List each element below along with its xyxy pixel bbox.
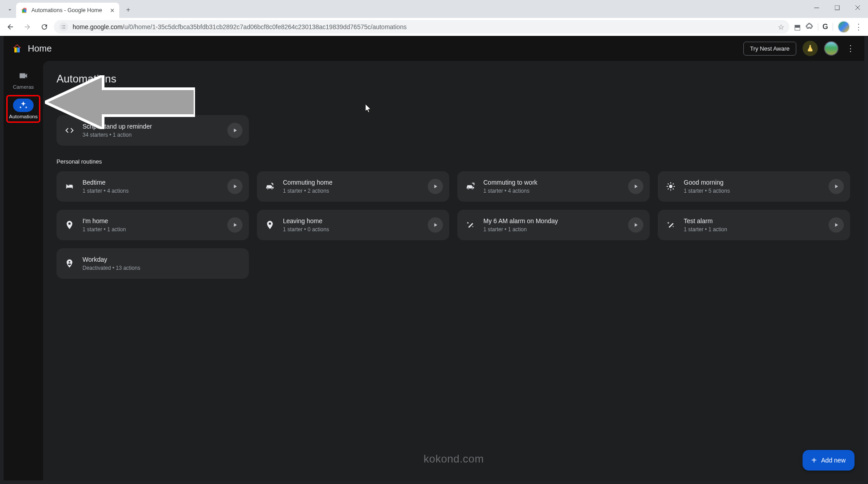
app-menu-button[interactable]: ⋮ xyxy=(845,43,856,53)
routine-card-good-morning[interactable]: Good morning1 starter • 5 actions xyxy=(658,171,850,202)
card-subtitle: 1 starter • 2 actions xyxy=(283,188,421,194)
run-routine-button[interactable] xyxy=(227,217,243,233)
run-routine-button[interactable] xyxy=(227,123,243,138)
routine-card-bedtime[interactable]: Bedtime1 starter • 4 actions xyxy=(56,171,249,202)
card-title: My 6 AM alarm on Monday xyxy=(483,217,621,225)
bed-icon xyxy=(64,182,75,191)
watermark-text: kokond.com xyxy=(424,453,484,465)
run-routine-button[interactable] xyxy=(628,217,643,233)
card-title: Script Stand up reminder xyxy=(82,123,220,130)
separator xyxy=(833,23,833,31)
pin-icon xyxy=(264,220,276,230)
google-g-icon[interactable]: G xyxy=(823,23,828,31)
nav-reload-button[interactable] xyxy=(37,19,52,35)
svg-point-6 xyxy=(62,28,63,29)
section-personal-label: Personal routines xyxy=(56,158,851,165)
site-info-icon[interactable] xyxy=(59,22,68,31)
svg-rect-5 xyxy=(63,26,65,26)
card-title: Test alarm xyxy=(684,217,821,225)
sidebar-item-label: Cameras xyxy=(13,84,34,90)
run-routine-button[interactable] xyxy=(428,217,443,233)
routine-card-6am-alarm[interactable]: My 6 AM alarm on Monday1 starter • 1 act… xyxy=(457,210,650,240)
profile-avatar-button[interactable] xyxy=(838,21,850,33)
card-subtitle: 1 starter • 1 action xyxy=(684,226,821,233)
wand-icon xyxy=(464,220,476,230)
card-title: Workday xyxy=(82,256,243,264)
section-household-label: Household routines xyxy=(56,102,851,109)
person-pin-icon xyxy=(64,259,75,268)
run-routine-button[interactable] xyxy=(829,179,844,194)
run-routine-button[interactable] xyxy=(227,179,243,194)
svg-rect-1 xyxy=(835,5,839,10)
bookmark-star-icon[interactable]: ☆ xyxy=(778,23,784,31)
pin-icon xyxy=(64,220,75,230)
try-nest-aware-button[interactable]: Try Nest Aware xyxy=(743,42,796,56)
card-title: Leaving home xyxy=(283,217,421,225)
routine-card-script-standup[interactable]: Script Stand up reminder34 starters • 1 … xyxy=(56,115,249,146)
sun-icon xyxy=(665,182,677,191)
main-content: Automations Household routines Script St… xyxy=(43,61,864,480)
svg-rect-7 xyxy=(63,28,65,28)
browser-chrome: Automations - Google Home ✕ + home.googl… xyxy=(0,0,868,36)
google-home-app: Home Try Nest Aware ⋮ Cameras Automation… xyxy=(4,36,864,480)
tab-close-icon[interactable]: ✕ xyxy=(110,7,115,14)
car-work-icon xyxy=(464,182,476,191)
card-subtitle: 1 starter • 1 action xyxy=(483,226,621,233)
routine-card-workday[interactable]: WorkdayDeactivated • 13 actions xyxy=(56,248,249,279)
card-subtitle: 1 starter • 4 actions xyxy=(483,188,621,194)
new-tab-button[interactable]: + xyxy=(122,4,135,16)
card-subtitle: Deactivated • 13 actions xyxy=(82,265,243,271)
card-subtitle: 1 starter • 4 actions xyxy=(82,188,220,194)
card-title: Commuting to work xyxy=(483,179,621,186)
routine-card-im-home[interactable]: I'm home1 starter • 1 action xyxy=(56,210,249,240)
tab-search-button[interactable] xyxy=(4,4,16,16)
url-text: home.google.com/u/0/home/1-35c5dcfbca35b… xyxy=(73,23,407,30)
browser-tab[interactable]: Automations - Google Home ✕ xyxy=(16,3,119,18)
separator xyxy=(818,23,818,31)
fab-label: Add new xyxy=(821,457,846,464)
window-maximize-button[interactable] xyxy=(827,0,847,15)
window-controls xyxy=(806,0,868,15)
account-avatar[interactable] xyxy=(824,41,838,56)
personal-routines-grid: Bedtime1 starter • 4 actions Commuting h… xyxy=(56,171,850,279)
address-bar[interactable]: home.google.com/u/0/home/1-35c5dcfbca35b… xyxy=(54,20,790,34)
sidebar-item-cameras[interactable]: Cameras xyxy=(7,66,39,92)
install-app-icon[interactable]: ⬒ xyxy=(794,23,801,31)
card-title: Commuting home xyxy=(283,179,421,186)
toolbar: home.google.com/u/0/home/1-35c5dcfbca35b… xyxy=(0,18,868,36)
add-new-button[interactable]: + Add new xyxy=(803,450,855,471)
run-routine-button[interactable] xyxy=(829,217,844,233)
sparkle-icon xyxy=(13,99,34,112)
toolbar-right: ⬒ G ⋮ xyxy=(791,21,865,33)
run-routine-button[interactable] xyxy=(428,179,443,194)
routine-card-test-alarm[interactable]: Test alarm1 starter • 1 action xyxy=(658,210,850,240)
card-subtitle: 1 starter • 1 action xyxy=(82,226,220,233)
card-subtitle: 1 starter • 0 actions xyxy=(283,226,421,233)
svg-point-8 xyxy=(67,185,69,186)
window-minimize-button[interactable] xyxy=(806,0,827,15)
labs-flask-icon[interactable] xyxy=(803,41,818,56)
nav-forward-button[interactable] xyxy=(20,19,35,35)
card-title: I'm home xyxy=(82,217,220,225)
routine-card-commuting-work[interactable]: Commuting to work1 starter • 4 actions xyxy=(457,171,650,202)
card-title: Good morning xyxy=(684,179,821,186)
sidebar-item-label: Automations xyxy=(9,114,38,119)
nav-back-button[interactable] xyxy=(3,19,18,35)
svg-rect-0 xyxy=(814,8,819,8)
favicon-google-home-icon xyxy=(21,7,28,14)
wand-icon xyxy=(665,220,677,230)
window-close-button[interactable] xyxy=(847,0,868,15)
app-name: Home xyxy=(28,43,52,54)
app-header: Home Try Nest Aware ⋮ xyxy=(4,36,864,61)
sidebar: Cameras Automations xyxy=(4,61,43,480)
routine-card-commuting-home[interactable]: Commuting home1 starter • 2 actions xyxy=(257,171,449,202)
routine-card-leaving-home[interactable]: Leaving home1 starter • 0 actions xyxy=(257,210,449,240)
svg-point-4 xyxy=(62,26,63,26)
extensions-icon[interactable] xyxy=(805,22,813,32)
plus-icon: + xyxy=(812,455,817,466)
page-title: Automations xyxy=(56,73,851,85)
chrome-menu-button[interactable]: ⋮ xyxy=(855,22,863,32)
run-routine-button[interactable] xyxy=(628,179,643,194)
sidebar-item-automations[interactable]: Automations xyxy=(7,96,39,122)
household-routines-grid: Script Stand up reminder34 starters • 1 … xyxy=(56,115,850,146)
